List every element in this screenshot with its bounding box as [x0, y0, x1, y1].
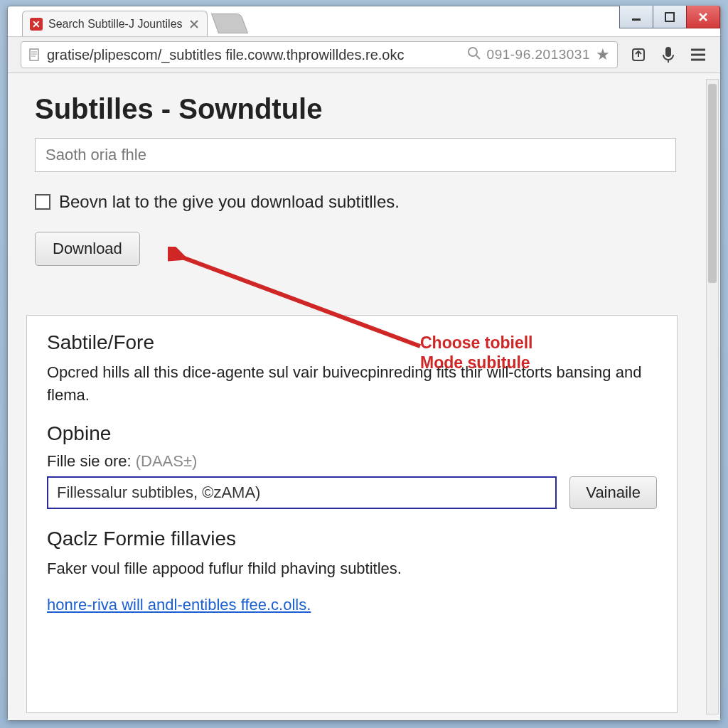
browser-window: ✕ Search Subtille-J Jountiles gratise/pl…: [7, 6, 721, 721]
new-tab-button[interactable]: [210, 14, 247, 33]
checkbox[interactable]: [35, 194, 50, 210]
page-heading: Subtilles - Sowndtule: [35, 93, 676, 125]
bookmark-star-icon[interactable]: ★: [596, 46, 610, 64]
footer-link[interactable]: honre-riva will andl-entibles ffee.c.oll…: [47, 596, 311, 614]
input-hint: (DAAS±): [136, 452, 198, 470]
page-content: Subtilles - Sowndtule Saoth oria fhle Be…: [8, 73, 703, 720]
scrollbar-thumb[interactable]: [708, 84, 717, 283]
tab-title: Search Subtille-J Jountiles: [48, 18, 183, 31]
filename-input[interactable]: Fillessalur subtibles, ©zAMA): [47, 476, 557, 509]
panel-paragraph-3: Faker voul fille appood fuflur fhild pha…: [47, 557, 657, 580]
download-button-label: Download: [53, 240, 122, 258]
filename-value: Fillessalur subtibles, ©zAMA): [57, 483, 260, 502]
svg-rect-5: [665, 47, 671, 57]
input-row: Fillessalur subtibles, ©zAMA) Vainaile: [47, 476, 657, 509]
panel-paragraph-1: Opcred hills all this dice-agente sul va…: [47, 361, 657, 407]
url-suffix: 091-96.2013031: [487, 47, 590, 63]
checkbox-row: Beovn lat to the give you download subti…: [35, 192, 676, 212]
toolbar: gratise/plipescom/_subtitles file.coww.t…: [8, 36, 720, 73]
window-maximize-button[interactable]: [653, 6, 687, 28]
panel-heading-2: Opbine: [47, 422, 657, 445]
window-close-button[interactable]: [686, 6, 720, 28]
favicon-icon: ✕: [30, 18, 43, 31]
svg-rect-2: [30, 49, 38, 60]
panel-heading-3: Qaclz Formie fillavies: [47, 528, 657, 550]
window-controls: [620, 6, 720, 28]
svg-point-3: [469, 48, 477, 56]
tab-strip: ✕ Search Subtille-J Jountiles: [8, 6, 720, 36]
microphone-icon[interactable]: [659, 46, 678, 64]
panel-heading-1: Sabtile/Fore: [47, 331, 657, 354]
scrollbar[interactable]: [706, 79, 719, 714]
validate-button-label: Vainaile: [586, 483, 641, 502]
validate-button[interactable]: Vainaile: [569, 476, 657, 509]
window-minimize-button[interactable]: [619, 6, 653, 28]
search-icon: [467, 46, 481, 64]
search-input[interactable]: Saoth oria fhle: [35, 138, 676, 172]
info-panel: Sabtile/Fore Opcred hills all this dice-…: [26, 315, 678, 713]
page-icon: [28, 48, 41, 61]
url-text: gratise/plipescom/_subtitles file.coww.t…: [47, 47, 461, 63]
tab-close-button[interactable]: [188, 18, 200, 30]
svg-rect-1: [665, 13, 674, 21]
menu-icon[interactable]: [689, 46, 707, 64]
download-button[interactable]: Download: [35, 232, 140, 266]
share-icon[interactable]: [629, 46, 648, 64]
page-viewport: Subtilles - Sowndtule Saoth oria fhle Be…: [8, 73, 720, 720]
input-label: Fille sie ore:: [47, 452, 132, 470]
input-label-row: Fille sie ore: (DAAS±): [47, 452, 657, 471]
browser-tab[interactable]: ✕ Search Subtille-J Jountiles: [22, 11, 208, 36]
svg-rect-0: [632, 18, 641, 21]
checkbox-label: Beovn lat to the give you download subti…: [59, 192, 400, 212]
search-placeholder: Saoth oria fhle: [46, 146, 146, 164]
address-bar[interactable]: gratise/plipescom/_subtitles file.coww.t…: [21, 41, 618, 68]
